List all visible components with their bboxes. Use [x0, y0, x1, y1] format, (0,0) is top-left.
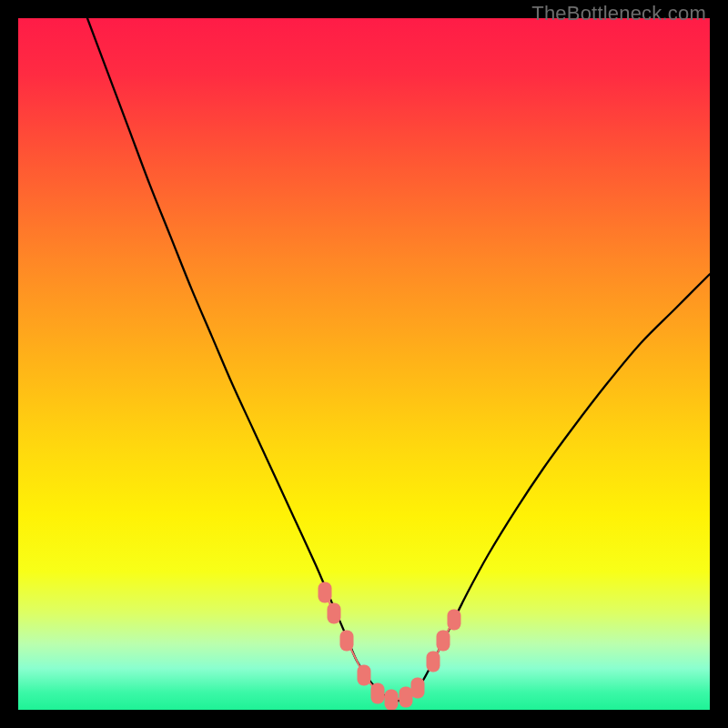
curve-marker [447, 610, 460, 631]
curve-marker [437, 631, 450, 652]
curve-marker [371, 682, 385, 703]
curve-marker [411, 677, 425, 698]
watermark-text: TheBottleneck.com [531, 2, 706, 25]
curve-marker [318, 581, 332, 602]
curve-marker [385, 689, 399, 710]
curve-marker [427, 651, 440, 672]
background-gradient [18, 18, 710, 710]
curve-marker [358, 665, 371, 686]
curve-marker [340, 631, 354, 652]
plot-area [18, 18, 710, 710]
curve-marker [328, 602, 341, 623]
svg-rect-0 [18, 18, 710, 710]
chart-frame: TheBottleneck.com [0, 0, 728, 728]
